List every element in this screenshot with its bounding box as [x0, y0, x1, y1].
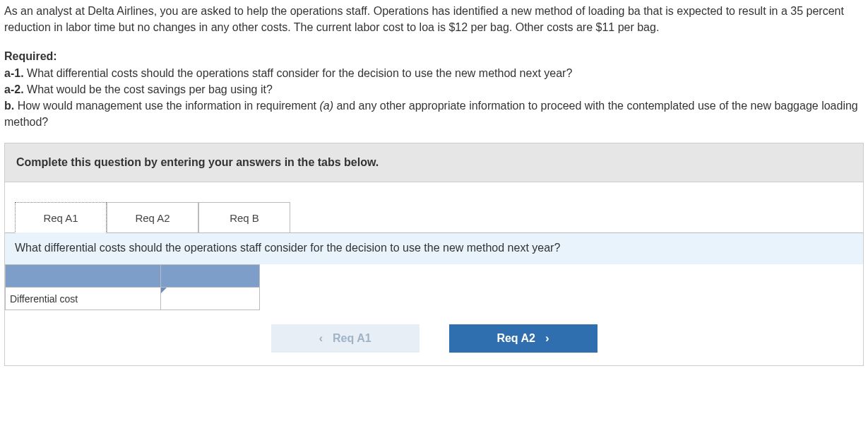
required-block: Required: a-1. What differential costs s…	[4, 48, 864, 130]
answer-panel: Complete this question by entering your …	[4, 143, 864, 366]
tab-prompt: What differential costs should the opera…	[5, 232, 863, 264]
req-a2-text: What would be the cost savings per bag u…	[24, 83, 273, 95]
req-b-text-italic: (a)	[319, 100, 333, 112]
tabs-row: Req A1 Req A2 Req B	[5, 182, 863, 233]
req-b-text-pre: How would management use the information…	[14, 100, 319, 112]
answer-table: Differential cost	[5, 264, 260, 310]
row-label-differential-cost: Differential cost	[6, 288, 161, 310]
tab-req-a2[interactable]: Req A2	[107, 202, 198, 233]
table-header-blank-2	[161, 265, 260, 288]
next-button-label: Req A2	[497, 332, 535, 345]
tab-req-b[interactable]: Req B	[198, 202, 290, 233]
chevron-right-icon: ›	[545, 331, 549, 346]
prev-button[interactable]: ‹ Req A1	[271, 324, 420, 353]
req-b-label: b.	[4, 100, 14, 112]
nav-row: ‹ Req A1 Req A2 ›	[5, 310, 863, 365]
prev-button-label: Req A1	[333, 332, 371, 345]
req-a2-label: a-2.	[4, 83, 24, 95]
differential-cost-input[interactable]	[161, 288, 260, 310]
tab-req-a1[interactable]: Req A1	[15, 202, 107, 233]
problem-statement: As an analyst at Delta Airlines, you are…	[4, 3, 864, 35]
table-header-blank-1	[6, 265, 161, 288]
chevron-left-icon: ‹	[319, 331, 323, 346]
req-a1-text: What differential costs should the opera…	[24, 67, 573, 79]
req-a1-label: a-1.	[4, 67, 24, 79]
panel-instruction: Complete this question by entering your …	[5, 143, 863, 182]
next-button[interactable]: Req A2 ›	[449, 324, 598, 353]
required-heading: Required:	[4, 50, 57, 62]
